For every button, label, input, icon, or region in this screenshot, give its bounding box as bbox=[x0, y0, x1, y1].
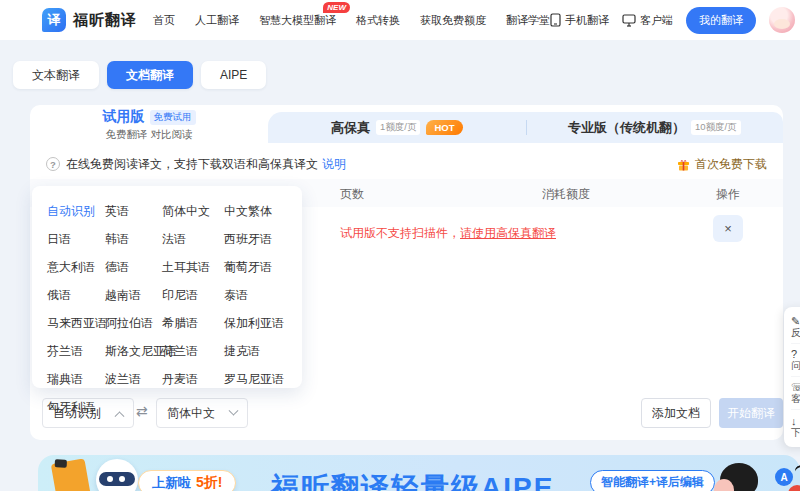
first-free-download[interactable]: 首次免费下载 bbox=[677, 156, 767, 173]
language-option[interactable]: 日语 bbox=[47, 231, 105, 248]
red-circle-decoration bbox=[788, 485, 800, 491]
target-lang-select[interactable]: 简体中文 bbox=[156, 398, 248, 428]
pro-title: 专业版（传统机翻） bbox=[568, 119, 685, 137]
mode-tab[interactable]: 文本翻译 bbox=[13, 61, 99, 89]
promo-discount: 5折! bbox=[196, 474, 222, 491]
language-option[interactable]: 荷兰语 bbox=[162, 343, 224, 360]
close-icon: × bbox=[724, 221, 732, 236]
floating-tool-label: 下载 bbox=[791, 428, 800, 438]
language-option[interactable]: 芬兰语 bbox=[47, 343, 105, 360]
language-option[interactable]: 印尼语 bbox=[162, 287, 224, 304]
language-option[interactable]: 波兰语 bbox=[105, 371, 162, 388]
language-option[interactable]: 马来西亚语 bbox=[47, 315, 105, 332]
hifi-title: 高保真 bbox=[331, 119, 370, 137]
plan-tab-hifi[interactable]: 高保真 1额度/页 HOT bbox=[268, 112, 526, 143]
nav-item[interactable]: 智慧大模型翻译 NEW bbox=[259, 13, 336, 28]
floating-tool-label: 问题 bbox=[791, 361, 800, 371]
language-option[interactable]: 瑞典语 bbox=[47, 371, 105, 388]
language-option[interactable]: 匈牙利语 bbox=[47, 399, 105, 416]
language-option[interactable]: 丹麦语 bbox=[162, 371, 224, 388]
language-option[interactable]: 意大利语 bbox=[47, 259, 105, 276]
language-option[interactable]: 英语 bbox=[105, 203, 162, 220]
a-badge: A bbox=[775, 468, 793, 486]
nav-item-label: 翻译学堂 bbox=[506, 14, 550, 26]
language-option[interactable]: 土耳其语 bbox=[162, 259, 224, 276]
info-text: 在线免费阅读译文，支持下载双语和高保真译文 bbox=[66, 156, 318, 173]
new-badge: NEW bbox=[323, 2, 350, 14]
mode-tabs: 文本翻译 文档翻译 AIPE bbox=[13, 61, 266, 89]
plan-tab-trial[interactable]: 试用版 免费试用 免费翻译 对比阅读 bbox=[30, 105, 268, 145]
promo-banner[interactable]: 上新啦 5折! 福昕翻译轻量级AIPE 智能翻译+译后编辑 A bbox=[38, 455, 800, 491]
language-option[interactable]: 葡萄牙语 bbox=[224, 259, 302, 276]
language-option[interactable]: 法语 bbox=[162, 231, 224, 248]
floating-tool-label: 客服 bbox=[791, 394, 800, 404]
floating-tool-icon: ☏ bbox=[791, 382, 800, 393]
mode-tab-label: AIPE bbox=[220, 68, 247, 82]
nav-item[interactable]: 首页 bbox=[153, 13, 175, 28]
floating-tool[interactable]: ↓ 下载 bbox=[791, 410, 800, 443]
nav-item-label: 首页 bbox=[153, 14, 175, 26]
banner-title: 福昕翻译轻量级AIPE bbox=[271, 469, 554, 491]
error-text: 试用版不支持扫描件， bbox=[340, 226, 460, 240]
mobile-translate-link[interactable]: 手机翻译 bbox=[550, 13, 609, 28]
start-translate-button[interactable]: 开始翻译 bbox=[719, 398, 783, 428]
nav-item-label: 智慧大模型翻译 bbox=[259, 14, 336, 26]
mode-tab[interactable]: AIPE bbox=[201, 61, 266, 89]
language-option[interactable]: 中文繁体 bbox=[224, 203, 302, 220]
robot-mascot bbox=[96, 459, 138, 491]
floating-tool[interactable]: ✎ 反馈 bbox=[791, 311, 800, 344]
first-free-label: 首次免费下载 bbox=[695, 156, 767, 173]
language-option[interactable]: 斯洛文尼亚语 bbox=[105, 343, 162, 360]
error-hifi-link[interactable]: 请使用高保真翻译 bbox=[460, 226, 556, 240]
language-option[interactable]: 罗马尼亚语 bbox=[224, 371, 302, 388]
language-option[interactable]: 保加利亚语 bbox=[224, 315, 302, 332]
language-option[interactable]: 德语 bbox=[105, 259, 162, 276]
client-link[interactable]: 客户端 bbox=[622, 13, 673, 28]
language-option[interactable]: 韩语 bbox=[105, 231, 162, 248]
nav-item-label: 格式转换 bbox=[356, 14, 400, 26]
brand-logo[interactable]: 译 福昕翻译 bbox=[42, 8, 137, 32]
my-translate-button[interactable]: 我的翻译 bbox=[686, 7, 756, 34]
table-header-cell: 消耗额度 bbox=[542, 186, 590, 203]
language-option[interactable]: 简体中文 bbox=[162, 203, 224, 220]
language-option[interactable]: 越南语 bbox=[105, 287, 162, 304]
phone-icon bbox=[550, 13, 561, 27]
notebook-decoration bbox=[51, 458, 91, 491]
mobile-translate-label: 手机翻译 bbox=[565, 13, 609, 28]
hifi-price-pill: 1额度/页 bbox=[376, 120, 420, 135]
logo-icon: 译 bbox=[42, 8, 66, 32]
nav-item[interactable]: 人工翻译 bbox=[195, 13, 239, 28]
language-option[interactable]: 自动识别 bbox=[47, 203, 105, 220]
trial-free-badge: 免费试用 bbox=[150, 110, 196, 125]
language-option[interactable]: 西班牙语 bbox=[224, 231, 302, 248]
language-option[interactable]: 阿拉伯语 bbox=[105, 315, 162, 332]
nav-item-label: 人工翻译 bbox=[195, 14, 239, 26]
language-option[interactable]: 俄语 bbox=[47, 287, 105, 304]
table-header-cell: 操作 bbox=[716, 186, 740, 203]
nav-item[interactable]: 格式转换 bbox=[356, 13, 400, 28]
nav-right: 手机翻译 客户端 我的翻译 bbox=[550, 7, 795, 34]
page: 译 福昕翻译 首页 人工翻译 智慧大模型翻译 NEW bbox=[0, 0, 800, 491]
info-explain-link[interactable]: 说明 bbox=[322, 156, 346, 173]
nav-item[interactable]: 翻译学堂 bbox=[506, 13, 550, 28]
add-document-button[interactable]: 添加文档 bbox=[641, 398, 711, 428]
plan-tabs-inactive: 高保真 1额度/页 HOT 专业版（传统机翻） 10额度/页 bbox=[268, 112, 783, 143]
remove-file-button[interactable]: × bbox=[713, 215, 743, 242]
nav-item[interactable]: 获取免费额度 bbox=[420, 13, 486, 28]
swap-langs-icon[interactable]: ⇄ bbox=[136, 404, 148, 418]
question-icon: ? bbox=[46, 157, 60, 171]
pro-price-pill: 10额度/页 bbox=[691, 120, 741, 135]
banner-feature-pill: 智能翻译+译后编辑 bbox=[590, 470, 715, 491]
gift-icon bbox=[677, 158, 690, 171]
language-dropdown: 自动识别 英语 简体中文 中文繁体 日语 韩语 法语 西班牙语 意大利语 德语 … bbox=[32, 186, 302, 388]
floating-tool[interactable]: ☏ 客服 bbox=[791, 377, 800, 410]
user-avatar[interactable] bbox=[769, 7, 795, 33]
monitor-icon bbox=[622, 14, 636, 27]
plan-tab-pro[interactable]: 专业版（传统机翻） 10额度/页 bbox=[526, 112, 784, 143]
mode-tab[interactable]: 文档翻译 bbox=[107, 61, 193, 89]
floating-tool[interactable]: ? 问题 bbox=[791, 344, 800, 377]
top-nav: 译 福昕翻译 首页 人工翻译 智慧大模型翻译 NEW bbox=[0, 0, 800, 40]
language-option[interactable]: 希腊语 bbox=[162, 315, 224, 332]
language-option[interactable]: 泰语 bbox=[224, 287, 302, 304]
language-option[interactable]: 捷克语 bbox=[224, 343, 302, 360]
